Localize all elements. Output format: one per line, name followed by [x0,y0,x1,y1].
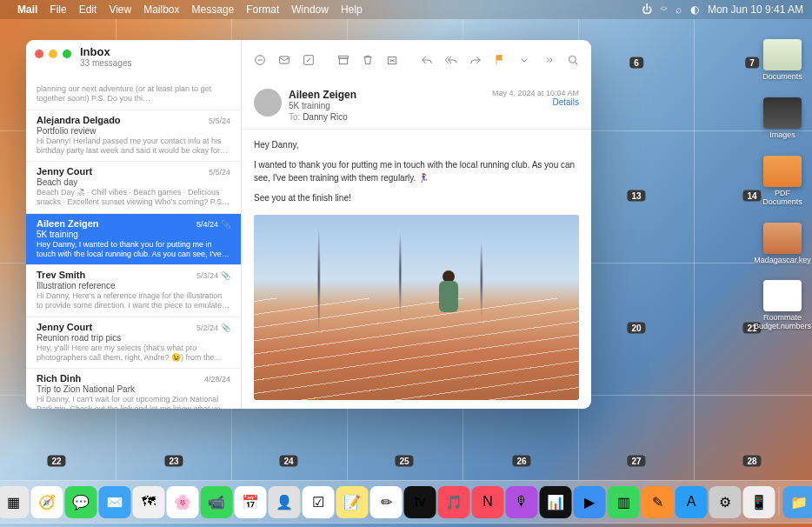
menu-file[interactable]: File [50,3,66,16]
dock-music[interactable]: 🎵 [438,486,470,518]
message-to: To: Danny Rico [289,112,485,122]
dock-photos[interactable]: 🌸 [167,486,199,518]
minimize-button[interactable] [49,50,57,58]
desktop-icon-pdf[interactable]: PDF Documents [760,156,805,207]
menubar-clock[interactable]: Mon Jun 10 9:41 AM [708,3,803,16]
compose-icon[interactable] [297,51,320,69]
message-row[interactable]: Trev Smith5/3/24📎Illustration referenceH… [26,265,241,317]
desktop-icon-num[interactable]: Roommate Budget.numbers [760,280,805,331]
menu-message[interactable]: Message [192,3,235,16]
dock-pages[interactable]: ✎ [642,486,674,518]
dock-iphone[interactable]: 📱 [743,486,775,518]
mail-sidebar: Inbox 33 messages planning our next adve… [26,40,241,409]
mailbox-title: Inbox [80,45,131,58]
dock-calendar[interactable]: 📅 [235,486,267,518]
menubar: Mail FileEditViewMailboxMessageFormatWin… [0,0,812,19]
message-row[interactable]: Jenny Court5/5/24Beach dayBeach Day 🏖 · … [26,162,241,214]
zoom-button[interactable] [63,50,71,58]
grid-cell-22[interactable]: 22 [47,456,65,467]
message-body: Hey Danny,I wanted to thank you for putt… [242,130,591,409]
desktop-icon-key[interactable]: Madagascar.key [760,223,805,265]
dock-tv[interactable]: tv [404,486,436,518]
dock-settings[interactable]: ⚙ [709,486,742,518]
grid-cell-6[interactable]: 6 [629,57,643,69]
menu-edit[interactable]: Edit [79,3,97,16]
more-icon[interactable] [537,51,560,69]
svg-rect-1 [280,57,290,63]
dock-messages[interactable]: 💬 [65,486,97,518]
dock-maps[interactable]: 🗺 [133,486,165,518]
message-row[interactable]: Aileen Zeigen5/4/24📎5K trainingHey Danny… [26,214,241,266]
search-icon[interactable]: ⌕ [676,3,682,16]
dock-mail[interactable]: ✉️ [99,486,131,518]
dock-keynote[interactable]: ▶ [574,486,606,518]
junk-icon[interactable] [381,51,403,69]
grid-cell-7[interactable]: 7 [745,57,759,69]
body-paragraph: Hey Danny, [254,138,579,151]
body-paragraph: See you at the finish line! [254,191,579,204]
menu-format[interactable]: Format [246,3,279,16]
toolbar [242,40,591,80]
grid-cell-28[interactable]: 28 [742,456,761,467]
message-subject: 5K training [289,101,485,110]
message-date: May 4, 2024 at 10:04 AM [492,89,579,97]
dock-facetime[interactable]: 📹 [201,486,233,518]
dock-downloads[interactable]: 📁 [783,486,813,518]
details-button[interactable]: Details [492,97,579,107]
message-header: Aileen Zeigen 5K training To: Danny Rico… [242,80,591,130]
forward-icon[interactable] [464,51,487,69]
desktop-icon-docs[interactable]: Documents [760,39,805,82]
mark-read-icon[interactable] [249,51,271,69]
grid-cell-20[interactable]: 20 [627,323,645,334]
mail-window: Inbox 33 messages planning our next adve… [26,40,591,409]
dock-news[interactable]: N [472,486,504,518]
message-content: Aileen Zeigen 5K training To: Danny Rico… [241,40,591,409]
reply-all-icon[interactable] [440,51,463,69]
grid-cell-25[interactable]: 25 [395,456,413,467]
message-row[interactable]: planning our next adventure (or at least… [26,80,241,110]
search-toolbar-icon[interactable] [562,51,584,69]
body-paragraph: I wanted to thank you for putting me in … [254,158,579,184]
dock-podcasts[interactable]: 🎙 [506,486,538,518]
archive-icon[interactable] [332,51,355,69]
dock-launchpad[interactable]: ▦ [0,486,30,518]
dock-safari[interactable]: 🧭 [31,486,63,518]
dock-freeform[interactable]: ✏ [370,486,403,518]
menu-window[interactable]: Window [291,3,329,16]
message-row[interactable]: Jenny Court5/2/24📎Reunion road trip pics… [26,317,241,370]
grid-cell-27[interactable]: 27 [627,456,645,467]
window-controls [35,50,71,58]
desktop-icon-images[interactable]: Images [760,97,805,140]
control-center-icon[interactable]: ⏻ [642,3,652,16]
dock-contacts[interactable]: 👤 [269,486,301,518]
dock-notes[interactable]: 📝 [336,486,369,518]
siri-icon[interactable]: ◐ [690,3,699,16]
message-list[interactable]: planning our next adventure (or at least… [26,80,241,409]
grid-cell-23[interactable]: 23 [164,456,183,467]
new-message-icon[interactable] [273,51,296,69]
dock-stocks[interactable]: 📊 [540,486,572,518]
flag-menu-icon[interactable] [513,51,536,69]
message-row[interactable]: Alejandra Delgado5/5/24Portfolio reviewH… [26,110,241,163]
dock-numbers[interactable]: ▥ [608,486,640,518]
message-attachment-image[interactable] [254,215,579,400]
menu-mailbox[interactable]: Mailbox [143,3,179,16]
reply-icon[interactable] [416,51,438,69]
menu-help[interactable]: Help [341,3,363,16]
menu-view[interactable]: View [109,3,131,16]
message-row[interactable]: Rich Dinh4/28/24Trip to Zion National Pa… [26,369,241,409]
flag-icon[interactable] [489,51,511,69]
grid-cell-26[interactable]: 26 [512,456,530,467]
svg-point-6 [569,56,576,63]
wifi-icon[interactable]: ⌔ [661,3,667,16]
grid-cell-14[interactable]: 14 [742,190,761,202]
dock: 🙂▦🧭💬✉️🗺🌸📹📅👤☑📝✏tv🎵N🎙📊▶▥✎A⚙📱📁🗑 [0,480,812,524]
dock-appstore[interactable]: A [676,486,708,518]
close-button[interactable] [35,50,43,58]
trash-icon[interactable] [356,51,379,69]
svg-rect-4 [339,58,347,64]
app-name[interactable]: Mail [17,3,37,16]
grid-cell-24[interactable]: 24 [279,456,297,467]
grid-cell-13[interactable]: 13 [627,190,645,202]
dock-reminders[interactable]: ☑ [303,486,335,518]
